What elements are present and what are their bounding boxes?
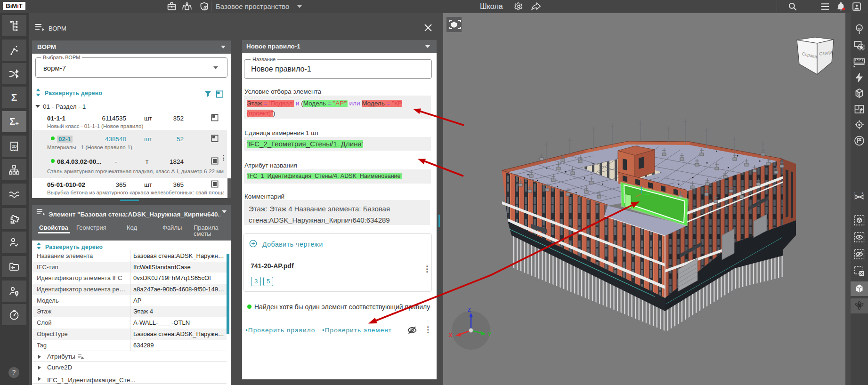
svg-text:2: 2 [862, 192, 864, 194]
svg-text:Z: Z [468, 307, 471, 313]
svg-text:2D: 2D [12, 144, 17, 149]
svg-text:Y: Y [488, 331, 492, 337]
svg-text:1: 1 [854, 192, 856, 195]
svg-text:X: X [449, 332, 453, 338]
